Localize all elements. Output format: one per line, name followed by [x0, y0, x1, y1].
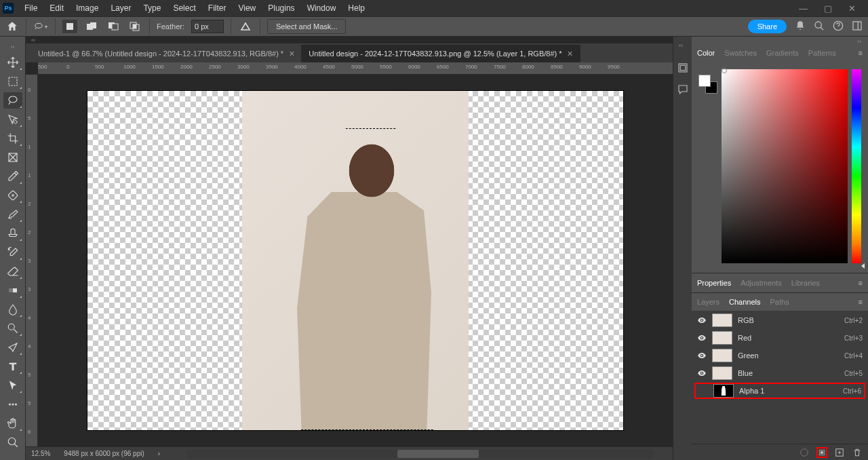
- tab-close-icon[interactable]: ×: [568, 48, 573, 59]
- channel-row-rgb[interactable]: RGBCtrl+2: [694, 312, 865, 328]
- gradient-tool[interactable]: [3, 282, 22, 299]
- channel-row-green[interactable]: GreenCtrl+4: [694, 347, 865, 364]
- foreground-swatch[interactable]: [698, 75, 711, 87]
- tab-channels[interactable]: Channels: [729, 295, 760, 309]
- tab-layers[interactable]: Layers: [697, 295, 719, 309]
- menu-layer[interactable]: Layer: [105, 1, 136, 16]
- menu-select[interactable]: Select: [167, 1, 201, 16]
- channel-row-red[interactable]: RedCtrl+3: [694, 330, 865, 346]
- type-tool[interactable]: [3, 358, 22, 375]
- status-chevron-icon[interactable]: ›: [158, 450, 160, 457]
- pen-tool[interactable]: [3, 339, 22, 356]
- channel-thumbnail[interactable]: [712, 349, 732, 362]
- channel-row-alpha-1[interactable]: Alpha 1Ctrl+6: [694, 383, 865, 399]
- quick-selection-tool[interactable]: [3, 111, 22, 128]
- panel-menu-icon[interactable]: ≡: [859, 298, 863, 306]
- move-tool[interactable]: [3, 54, 22, 71]
- visibility-toggle-icon[interactable]: [698, 386, 708, 396]
- frame-tool[interactable]: [3, 149, 22, 166]
- tab-patterns[interactable]: Patterns: [808, 46, 836, 60]
- color-field[interactable]: [722, 69, 848, 263]
- share-button[interactable]: Share: [748, 20, 787, 33]
- document-tab-2[interactable]: Untitled design - 2024-12-17T043832.913.…: [302, 45, 580, 62]
- hue-slider[interactable]: [852, 69, 861, 263]
- panel-menu-icon[interactable]: ≡: [859, 279, 863, 287]
- help-icon[interactable]: [833, 20, 844, 33]
- dodge-tool[interactable]: [3, 320, 22, 337]
- ruler-horizontal[interactable]: 5000500100015002000250030003500400045005…: [38, 62, 673, 75]
- document-dimensions[interactable]: 9488 px x 6000 px (96 ppi): [64, 450, 144, 457]
- feather-input[interactable]: [191, 20, 224, 33]
- clone-stamp-tool[interactable]: [3, 225, 22, 242]
- channel-thumbnail[interactable]: [713, 384, 734, 398]
- minimize-icon[interactable]: —: [795, 2, 812, 15]
- ruler-vertical[interactable]: 0511223344556: [26, 75, 38, 446]
- channel-thumbnail[interactable]: [712, 331, 732, 345]
- scrollbar-thumb[interactable]: [397, 450, 479, 458]
- toolbar-expand-icon[interactable]: ››: [8, 42, 18, 52]
- tab-adjustments[interactable]: Adjustments: [741, 276, 782, 290]
- subtract-selection-icon[interactable]: [106, 20, 121, 33]
- zoom-level[interactable]: 12.5%: [31, 450, 50, 457]
- menu-plugins[interactable]: Plugins: [262, 1, 300, 16]
- history-dock-icon[interactable]: [676, 61, 690, 75]
- blur-tool[interactable]: [3, 301, 22, 318]
- home-button[interactable]: [5, 20, 19, 33]
- eraser-tool[interactable]: [3, 263, 22, 280]
- marquee-tool[interactable]: [3, 73, 22, 90]
- lasso-tool-icon[interactable]: ▾: [33, 20, 48, 33]
- menu-window[interactable]: Window: [302, 1, 342, 16]
- new-channel-icon[interactable]: [834, 447, 845, 458]
- dock-expand-icon[interactable]: ‹‹: [676, 41, 686, 50]
- hand-tool[interactable]: [3, 415, 22, 432]
- save-selection-as-channel-icon[interactable]: [816, 447, 827, 458]
- maximize-icon[interactable]: ▢: [820, 2, 836, 15]
- visibility-toggle-icon[interactable]: [697, 315, 707, 325]
- notifications-icon[interactable]: [795, 20, 806, 33]
- visibility-toggle-icon[interactable]: [697, 351, 707, 360]
- tab-swatches[interactable]: Swatches: [724, 46, 757, 60]
- lasso-tool[interactable]: [3, 92, 22, 109]
- visibility-toggle-icon[interactable]: [697, 333, 707, 343]
- document-tab-1[interactable]: Untitled-1 @ 66.7% (Untitled design - 20…: [31, 45, 302, 62]
- menu-help[interactable]: Help: [342, 1, 370, 16]
- healing-tool[interactable]: [3, 187, 22, 204]
- load-selection-icon[interactable]: [799, 447, 810, 458]
- menu-edit[interactable]: Edit: [44, 1, 69, 16]
- tab-libraries[interactable]: Libraries: [791, 276, 820, 290]
- delete-channel-icon[interactable]: [852, 447, 863, 458]
- select-and-mask-button[interactable]: Select and Mask...: [267, 19, 347, 34]
- menu-file[interactable]: File: [19, 1, 43, 16]
- menu-image[interactable]: Image: [71, 1, 104, 16]
- tab-properties[interactable]: Properties: [697, 276, 731, 290]
- tab-color[interactable]: Color: [697, 46, 715, 60]
- crop-tool[interactable]: [3, 130, 22, 147]
- panel-expand-icon[interactable]: ››: [854, 37, 864, 43]
- history-brush-tool[interactable]: [3, 244, 22, 261]
- anti-alias-icon[interactable]: [238, 20, 253, 33]
- zoom-tool[interactable]: [3, 434, 22, 451]
- canvas[interactable]: [38, 75, 673, 446]
- menu-view[interactable]: View: [233, 1, 261, 16]
- new-selection-icon[interactable]: [62, 20, 77, 33]
- eyedropper-tool[interactable]: [3, 168, 22, 185]
- horizontal-scrollbar[interactable]: [187, 450, 654, 458]
- panel-menu-icon[interactable]: ≡: [859, 49, 863, 57]
- more-tools[interactable]: [3, 396, 22, 413]
- channel-row-blue[interactable]: BlueCtrl+5: [694, 365, 865, 381]
- channel-thumbnail[interactable]: [712, 366, 732, 380]
- tab-paths[interactable]: Paths: [770, 295, 789, 309]
- search-icon[interactable]: [814, 20, 825, 33]
- channel-thumbnail[interactable]: [712, 313, 732, 327]
- tab-gradients[interactable]: Gradients: [766, 46, 799, 60]
- visibility-toggle-icon[interactable]: [697, 368, 707, 378]
- tab-close-icon[interactable]: ×: [289, 48, 294, 59]
- brush-tool[interactable]: [3, 206, 22, 223]
- comments-dock-icon[interactable]: [676, 83, 690, 96]
- close-icon[interactable]: ✕: [844, 2, 860, 15]
- workspace-icon[interactable]: [852, 20, 863, 33]
- path-selection-tool[interactable]: [3, 377, 22, 394]
- menu-type[interactable]: Type: [138, 1, 166, 16]
- intersect-selection-icon[interactable]: [127, 20, 142, 33]
- add-selection-icon[interactable]: [84, 20, 99, 33]
